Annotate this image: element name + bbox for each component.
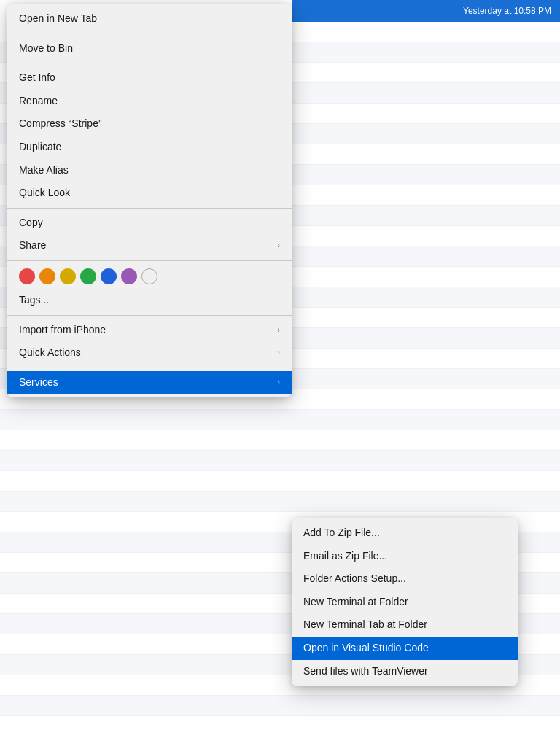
finder-row [0, 696, 560, 716]
menu-item-tags[interactable]: Tags... [7, 289, 292, 312]
menu-item-label-make-alias: Make Alias [19, 163, 69, 178]
menu-item-label-move-to-bin: Move to Bin [19, 42, 73, 56]
menu-separator [7, 34, 292, 34]
menu-item-label-open-new-tab: Open in New Tab [19, 12, 97, 26]
menu-separator [7, 368, 292, 368]
menu-separator [7, 260, 292, 261]
tag-dot-green[interactable] [80, 268, 96, 284]
services-item-email-as-zip[interactable]: Email as Zip File... [292, 545, 518, 568]
finder-row [0, 410, 560, 430]
services-item-folder-actions-setup[interactable]: Folder Actions Setup... [292, 567, 518, 591]
tag-dot-gray[interactable] [141, 268, 158, 284]
menu-item-make-alias[interactable]: Make Alias [7, 159, 292, 182]
menu-item-get-info[interactable]: Get Info [7, 66, 292, 90]
menu-item-open-new-tab[interactable]: Open in New Tab [7, 7, 292, 31]
tag-dot-blue[interactable] [101, 268, 117, 284]
menu-item-quick-look[interactable]: Quick Look [7, 182, 292, 205]
finder-header: Yesterday at 10:58 PM [292, 0, 560, 22]
finder-row [0, 492, 560, 512]
menu-item-rename[interactable]: Rename [7, 90, 292, 113]
services-item-new-terminal-tab[interactable]: New Terminal Tab at Folder [292, 613, 518, 637]
menu-item-label-duplicate: Duplicate [19, 140, 61, 155]
chevron-right-icon: › [277, 240, 280, 251]
services-item-open-vscode[interactable]: Open in Visual Studio Code [292, 637, 518, 660]
menu-item-duplicate[interactable]: Duplicate [7, 136, 292, 159]
menu-item-move-to-bin[interactable]: Move to Bin [7, 37, 292, 61]
menu-item-label-copy: Copy [19, 216, 43, 230]
tag-dot-red[interactable] [19, 268, 35, 284]
menu-item-label-compress: Compress “Stripe” [19, 117, 102, 131]
menu-item-compress[interactable]: Compress “Stripe” [7, 112, 292, 136]
menu-item-import-from-iphone[interactable]: Import from iPhone› [7, 319, 292, 342]
finder-timestamp: Yesterday at 10:58 PM [463, 6, 551, 16]
tag-dot-yellow[interactable] [60, 268, 76, 284]
services-item-send-teamviewer[interactable]: Send files with TeamViewer [292, 660, 518, 683]
menu-item-label-rename: Rename [19, 94, 58, 109]
menu-item-label-get-info: Get Info [19, 71, 55, 85]
menu-separator [7, 63, 292, 63]
menu-item-copy[interactable]: Copy [7, 211, 292, 235]
services-item-add-to-zip[interactable]: Add To Zip File... [292, 521, 518, 545]
menu-item-label-services: Services [19, 376, 58, 390]
menu-item-share[interactable]: Share› [7, 234, 292, 257]
finder-row [0, 430, 560, 451]
menu-item-quick-actions[interactable]: Quick Actions› [7, 341, 292, 365]
services-item-new-terminal-folder[interactable]: New Terminal at Folder [292, 591, 518, 614]
menu-separator [7, 315, 292, 316]
menu-item-label-quick-look: Quick Look [19, 186, 70, 201]
context-menu: Open in New TabMove to BinGet InfoRename… [7, 4, 292, 397]
tag-dot-purple[interactable] [121, 268, 137, 284]
menu-item-label-import-from-iphone: Import from iPhone [19, 323, 106, 338]
menu-separator [7, 208, 292, 209]
finder-row [0, 471, 560, 492]
menu-item-label-share: Share [19, 238, 46, 253]
finder-row [0, 716, 560, 730]
menu-item-label-quick-actions: Quick Actions [19, 346, 81, 360]
chevron-right-icon: › [277, 377, 280, 388]
menu-item-services[interactable]: Services› [7, 371, 292, 395]
chevron-right-icon: › [277, 347, 280, 358]
tag-dot-orange[interactable] [39, 268, 55, 284]
tags-color-row [7, 264, 292, 289]
chevron-right-icon: › [277, 325, 280, 335]
finder-row [0, 451, 560, 471]
services-submenu: Add To Zip File...Email as Zip File...Fo… [292, 518, 518, 686]
